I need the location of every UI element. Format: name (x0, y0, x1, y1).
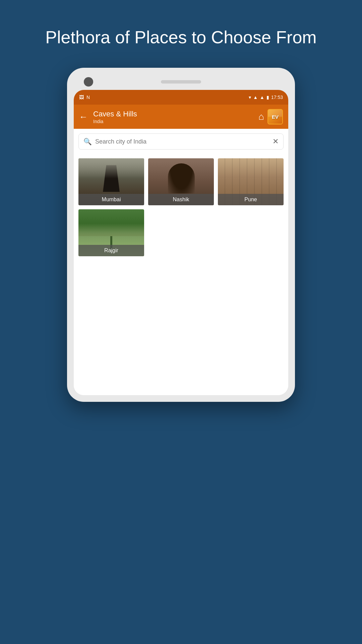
signal-icon-1: ▲ (253, 95, 258, 100)
phone-mockup: 🖼 N ▾ ▲ ▲ ▮ 17:53 ← Caves & Hills India … (67, 68, 295, 402)
city-label-pune: Pune (218, 194, 284, 205)
app-bar-subtitle: India (93, 119, 258, 124)
page-title: Plethora of Places to Choose From (25, 27, 337, 48)
search-input[interactable] (95, 138, 273, 145)
time-display: 17:53 (271, 95, 283, 100)
search-icon: 🔍 (83, 138, 92, 146)
signal-icon-2: ▲ (260, 95, 264, 100)
city-grid-row2: Rajgir (74, 209, 288, 261)
battery-icon: ▮ (266, 95, 269, 100)
city-card-mumbai[interactable]: Mumbai (78, 158, 144, 205)
notification-icon-1: 🖼 (79, 95, 84, 100)
search-input-container[interactable]: 🔍 ✕ (78, 133, 284, 150)
camera-dot (84, 77, 93, 87)
city-card-nashik[interactable]: Nashik (148, 158, 214, 205)
notification-icon-2: N (86, 95, 90, 100)
city-grid-row1: Mumbai Nashik Pune (74, 154, 288, 209)
status-icons-left: 🖼 N (79, 95, 90, 100)
wifi-icon: ▾ (249, 95, 251, 100)
clear-search-icon[interactable]: ✕ (273, 137, 279, 146)
back-button[interactable]: ← (79, 112, 88, 122)
status-right: ▾ ▲ ▲ ▮ 17:53 (249, 95, 283, 100)
app-bar: ← Caves & Hills India ⌂ EV (74, 105, 288, 129)
phone-screen: 🖼 N ▾ ▲ ▲ ▮ 17:53 ← Caves & Hills India … (74, 90, 288, 395)
city-label-rajgir: Rajgir (78, 245, 144, 256)
app-bar-title-container: Caves & Hills India (93, 110, 258, 124)
search-bar-container: 🔍 ✕ (74, 129, 288, 154)
city-label-nashik: Nashik (148, 194, 214, 205)
status-bar: 🖼 N ▾ ▲ ▲ ▮ 17:53 (74, 90, 288, 105)
speaker-bar (161, 80, 201, 84)
ev-badge[interactable]: EV (267, 109, 283, 124)
home-button[interactable]: ⌂ (258, 111, 264, 122)
city-card-pune[interactable]: Pune (218, 158, 284, 205)
app-bar-title: Caves & Hills (93, 110, 258, 118)
city-label-mumbai: Mumbai (78, 194, 144, 205)
city-card-rajgir[interactable]: Rajgir (78, 209, 144, 256)
empty-content-area (74, 261, 288, 395)
phone-notch (74, 74, 288, 90)
app-bar-actions: ⌂ EV (258, 109, 283, 124)
